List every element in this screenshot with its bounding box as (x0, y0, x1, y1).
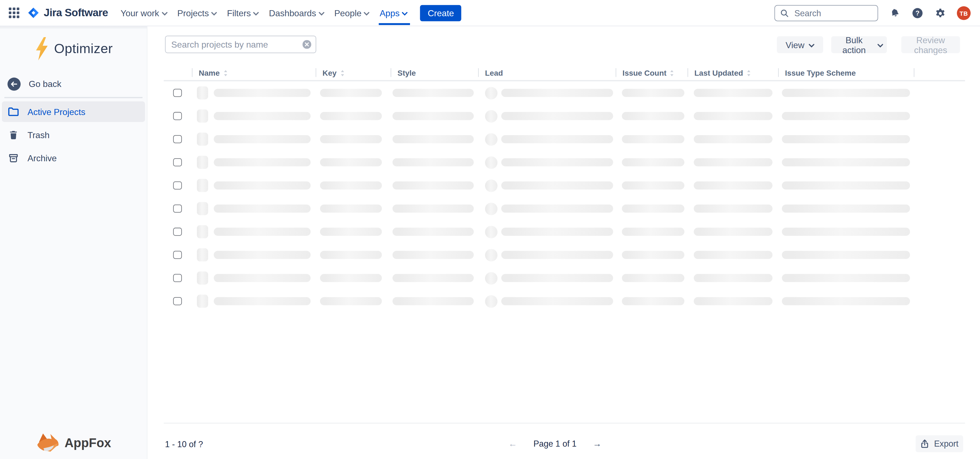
row-checkbox[interactable] (173, 89, 182, 97)
row-select-cell (164, 290, 192, 312)
nav-item-filters[interactable]: Filters (222, 0, 264, 26)
row-checkbox[interactable] (173, 274, 182, 282)
column-header-key[interactable]: Key (316, 66, 391, 80)
project-avatar-skeleton (197, 202, 208, 215)
row-checkbox[interactable] (173, 135, 182, 143)
sidebar-item-archive[interactable]: Archive (2, 148, 145, 168)
view-button[interactable]: View (777, 36, 823, 53)
sidebar-item-trash[interactable]: Trash (2, 124, 145, 145)
project-avatar-skeleton (197, 132, 208, 146)
issue-type-scheme-skeleton (782, 112, 910, 120)
lead-skeleton (501, 89, 613, 97)
global-search-input[interactable] (793, 8, 872, 18)
column-header-last-updated[interactable]: Last Updated (687, 66, 778, 80)
lead-avatar-skeleton (485, 133, 498, 145)
style-skeleton (392, 112, 474, 120)
style-cell (391, 290, 478, 312)
last-updated-cell (687, 151, 778, 174)
project-avatar-skeleton (197, 110, 208, 123)
global-search-box[interactable] (774, 5, 878, 21)
row-select-cell (164, 266, 192, 290)
go-back-label: Go back (29, 79, 62, 89)
issue-count-cell (616, 105, 687, 128)
project-search-box[interactable] (165, 36, 316, 53)
name-skeleton (214, 204, 310, 213)
row-checkbox[interactable] (173, 251, 182, 259)
row-select-cell (164, 105, 192, 128)
issue-count-cell (616, 243, 687, 266)
row-checkbox[interactable] (173, 204, 182, 213)
nav-item-dashboards[interactable]: Dashboards (264, 0, 329, 26)
result-range-label: 1 - 10 of ? (165, 440, 203, 449)
nav-item-people[interactable]: People (329, 0, 374, 26)
lead-avatar-skeleton (485, 87, 498, 99)
issue-count-cell (616, 220, 687, 243)
help-icon[interactable]: ? (912, 8, 923, 19)
app-title: Optimizer (54, 41, 113, 57)
key-skeleton (320, 112, 382, 120)
column-header-issue-count[interactable]: Issue Count (616, 66, 687, 80)
table-row (164, 81, 965, 104)
key-cell (316, 105, 391, 128)
key-skeleton (320, 274, 382, 282)
issue-type-scheme-skeleton (782, 228, 910, 236)
lead-cell (478, 105, 616, 128)
name-skeleton (214, 181, 310, 190)
last-updated-skeleton (694, 204, 772, 213)
lead-avatar-skeleton (485, 225, 498, 238)
row-checkbox[interactable] (173, 181, 182, 190)
bell-icon[interactable] (890, 8, 900, 18)
project-search-input[interactable] (165, 39, 302, 49)
name-skeleton (214, 251, 310, 259)
column-header-lead[interactable]: Lead (478, 66, 616, 80)
review-changes-button[interactable]: Review changes (901, 36, 960, 53)
issue-count-cell (616, 81, 687, 104)
lead-cell (478, 220, 616, 243)
table-row (164, 243, 965, 266)
table-header-row: NameKeyStyleLeadIssue CountLast UpdatedI… (164, 66, 965, 81)
next-page-arrow-icon[interactable]: → (593, 438, 601, 448)
column-header-issue-type-scheme[interactable]: Issue Type Scheme (778, 66, 914, 80)
sidebar-menu: Active ProjectsTrashArchive (0, 101, 147, 171)
column-header-label: Issue Type Scheme (785, 69, 856, 77)
sort-icon (746, 69, 751, 76)
user-avatar[interactable]: TB (957, 6, 970, 20)
nav-item-your-work[interactable]: Your work (116, 0, 172, 26)
key-cell (316, 174, 391, 197)
bulk-action-label: Bulk action (835, 35, 873, 55)
bulk-action-button[interactable]: Bulk action (831, 36, 887, 53)
product-name[interactable]: Jira Software (44, 6, 108, 19)
row-checkbox[interactable] (173, 297, 182, 306)
trash-icon (8, 130, 19, 140)
lead-cell (478, 128, 616, 151)
export-button[interactable]: Export (916, 435, 963, 452)
row-checkbox[interactable] (173, 112, 182, 120)
issue-type-scheme-cell (778, 174, 914, 197)
app-switcher-grid-icon[interactable] (9, 8, 19, 18)
nav-item-projects[interactable]: Projects (172, 0, 222, 26)
column-header-style[interactable]: Style (391, 66, 478, 80)
settings-gear-icon[interactable] (935, 8, 946, 18)
column-header-name[interactable]: Name (192, 66, 316, 80)
go-back-button[interactable]: Go back (0, 76, 147, 91)
nav-item-apps[interactable]: Apps (374, 0, 412, 26)
last-updated-cell (687, 174, 778, 197)
issue-type-scheme-skeleton (782, 135, 910, 143)
row-checkbox[interactable] (173, 158, 182, 166)
last-updated-cell (687, 220, 778, 243)
jira-top-nav: Jira Software Your workProjectsFiltersDa… (0, 0, 980, 26)
create-button[interactable]: Create (420, 5, 461, 21)
issue-count-skeleton (622, 251, 684, 259)
sidebar-item-active-projects[interactable]: Active Projects (2, 101, 145, 122)
export-button-label: Export (934, 439, 959, 449)
nav-item-label: Dashboards (269, 8, 316, 18)
style-skeleton (392, 274, 474, 282)
row-checkbox[interactable] (173, 228, 182, 236)
issue-type-scheme-cell (778, 220, 914, 243)
clear-circle-icon[interactable] (302, 40, 311, 49)
prev-page-arrow-icon[interactable]: ← (508, 438, 517, 448)
chevron-down-icon (402, 11, 407, 15)
style-cell (391, 243, 478, 266)
last-updated-skeleton (694, 274, 772, 282)
jira-logo-icon[interactable] (27, 7, 39, 19)
